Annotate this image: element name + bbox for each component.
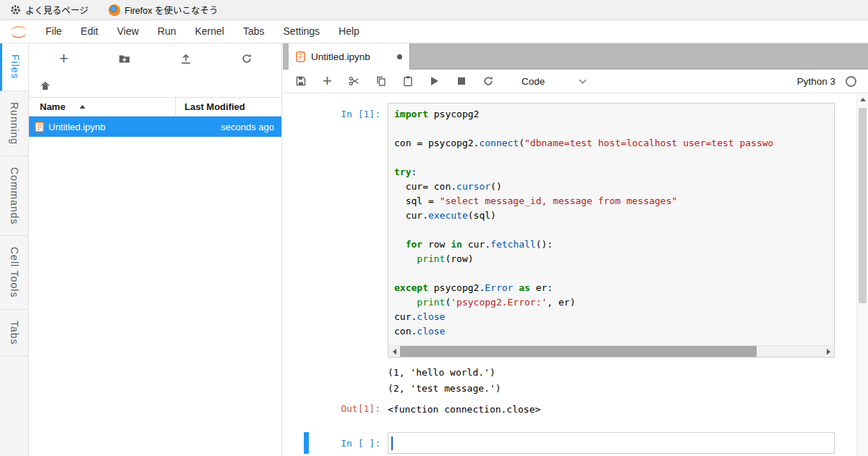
scroll-up-arrow-icon[interactable] [860, 98, 866, 101]
execute-result-row: Out[1]: <function connection.close> [283, 397, 856, 418]
scroll-right-arrow-icon[interactable] [822, 346, 834, 358]
document-tab-bar: Untitled.ipynb [283, 43, 868, 69]
firefox-bookmarks-bar: よく見るページ Firefox を使いこなそう [0, 0, 868, 20]
kernel-area: Python 3 [797, 76, 856, 87]
kernel-name[interactable]: Python 3 [797, 76, 835, 87]
refresh-icon [241, 53, 252, 64]
stop-icon [458, 77, 465, 85]
input-prompt: In [1]: [283, 103, 388, 358]
horizontal-scrollbar-thumb[interactable] [400, 346, 757, 357]
run-icon [431, 77, 438, 85]
run-cell-button[interactable] [421, 70, 448, 92]
screen: よく見るページ Firefox を使いこなそう File Edit View R… [0, 0, 868, 456]
column-header-name[interactable]: Name [29, 101, 175, 112]
menu-help[interactable]: Help [329, 20, 369, 43]
new-folder-button[interactable] [111, 48, 137, 69]
home-icon[interactable] [40, 80, 51, 91]
menu-settings[interactable]: Settings [274, 20, 330, 43]
save-icon [295, 75, 307, 87]
sidebar-tab-label: Tabs [9, 321, 20, 345]
file-row-untitled-ipynb[interactable]: Untitled.ipynb seconds ago [29, 117, 281, 137]
gear-icon [10, 4, 21, 15]
cell-type-value: Code [522, 76, 545, 87]
active-empty-cell: In [ ]: [283, 432, 856, 454]
restart-icon [482, 75, 494, 87]
copy-icon [375, 75, 387, 87]
sidebar-tab-label: Commands [9, 167, 20, 225]
file-modified: seconds ago [221, 122, 274, 132]
scroll-left-arrow-icon[interactable] [388, 346, 400, 358]
cell-type-dropdown[interactable]: Code [522, 76, 585, 87]
notebook-file-icon [35, 122, 44, 132]
scissors-icon [349, 75, 360, 87]
tab-title: Untitled.ipynb [311, 51, 391, 62]
sidebar-tab-commands[interactable]: Commands [0, 156, 28, 237]
sidebar-tab-label: Files [9, 54, 21, 80]
notebook-file-icon [296, 51, 305, 62]
main-area: Untitled.ipynb + [283, 43, 868, 456]
bookmark-frequent-pages[interactable]: よく見るページ [7, 1, 91, 18]
text-cursor [391, 436, 393, 450]
kernel-status-icon[interactable] [846, 76, 856, 87]
sidebar-tab-running[interactable]: Running [0, 91, 28, 156]
insert-cell-button[interactable]: + [314, 70, 341, 92]
file-name: Untitled.ipynb [48, 122, 216, 132]
bookmark-firefox-help[interactable]: Firefox を使いこなそう [106, 1, 221, 18]
horizontal-scrollbar[interactable] [388, 345, 834, 357]
cut-cell-button[interactable] [341, 70, 367, 92]
code-lines[interactable]: import psycopg2 con = psycopg2.connect("… [388, 104, 834, 345]
output-prompt-spacer [283, 358, 388, 397]
file-browser-toolbar: + [29, 43, 281, 74]
left-sidebar: Files Running Commands Cell Tools Tabs [0, 43, 29, 456]
jupyter-menubar: File Edit View Run Kernel Tabs Settings … [0, 20, 868, 43]
code-cell: In [1]: import psycopg2 con = psycopg2.c… [283, 103, 856, 358]
input-prompt: In [ ]: [283, 432, 388, 454]
bookmark-label: Firefox を使いこなそう [124, 3, 218, 17]
upload-icon [179, 52, 192, 65]
notebook-toolbar: + [283, 69, 868, 93]
stream-output: (1, 'hello world.')(2, 'test message.') [388, 358, 856, 397]
unsaved-changes-indicator[interactable] [397, 54, 402, 59]
tab-untitled-ipynb[interactable]: Untitled.ipynb [289, 43, 410, 69]
menu-view[interactable]: View [108, 20, 148, 43]
save-button[interactable] [287, 70, 314, 92]
file-browser: + [29, 43, 282, 456]
column-name-label: Name [40, 101, 65, 112]
sidebar-tab-files[interactable]: Files [0, 43, 28, 91]
sidebar-tab-label: Cell Tools [9, 247, 20, 297]
menu-edit[interactable]: Edit [72, 20, 108, 43]
stream-output-row: (1, 'hello world.')(2, 'test message.') [283, 358, 856, 397]
vertical-scrollbar-thumb[interactable] [859, 108, 867, 303]
upload-button[interactable] [173, 48, 199, 69]
output-prompt: Out[1]: [283, 397, 388, 418]
new-folder-icon [118, 52, 131, 65]
paste-icon [402, 75, 414, 87]
file-list-header: Name Last Modified [29, 97, 281, 117]
vertical-scrollbar[interactable] [856, 93, 868, 456]
code-editor[interactable]: import psycopg2 con = psycopg2.connect("… [388, 103, 835, 358]
copy-cell-button[interactable] [367, 70, 394, 92]
bookmark-label: よく見るページ [25, 3, 88, 17]
new-launcher-button[interactable]: + [51, 48, 77, 69]
chevron-down-icon [579, 76, 587, 83]
plus-icon: + [323, 74, 332, 88]
column-header-last-modified[interactable]: Last Modified [175, 98, 281, 116]
sidebar-tab-tabs[interactable]: Tabs [0, 310, 28, 357]
restart-kernel-button[interactable] [475, 70, 501, 92]
refresh-button[interactable] [234, 48, 260, 69]
menu-run[interactable]: Run [148, 20, 186, 43]
execute-result-value: <function connection.close> [388, 397, 856, 418]
paste-cell-button[interactable] [394, 70, 421, 92]
jupyter-logo-icon [9, 23, 29, 41]
column-modified-label: Last Modified [184, 101, 245, 112]
menu-kernel[interactable]: Kernel [185, 20, 233, 43]
cell-collapser[interactable] [304, 432, 309, 454]
notebook-content: In [1]: import psycopg2 con = psycopg2.c… [283, 93, 856, 456]
sort-ascending-icon [80, 105, 85, 109]
interrupt-kernel-button[interactable] [448, 70, 475, 92]
sidebar-tab-cell-tools[interactable]: Cell Tools [0, 236, 28, 309]
menu-file[interactable]: File [36, 20, 72, 43]
empty-cell-editor[interactable] [388, 432, 835, 454]
plus-icon: + [59, 51, 69, 66]
menu-tabs[interactable]: Tabs [234, 20, 274, 43]
